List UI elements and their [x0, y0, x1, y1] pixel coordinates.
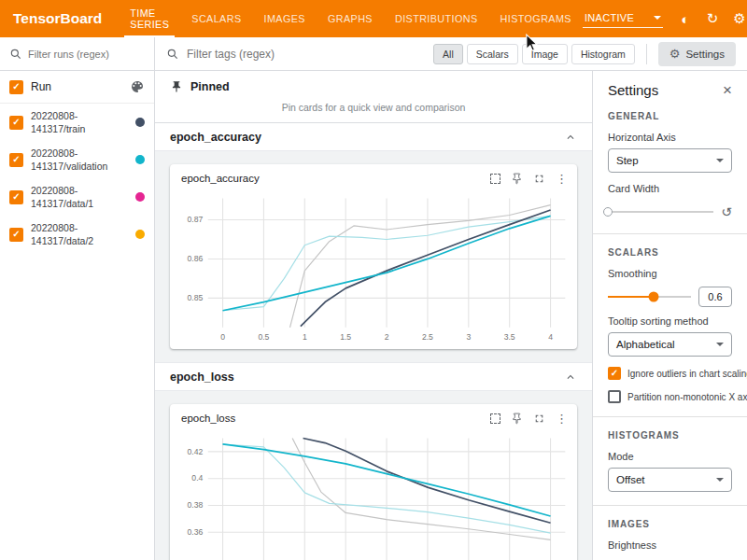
brightness-label: Brightness: [608, 539, 732, 551]
tab-time-series[interactable]: TIME SERIES: [119, 0, 180, 37]
close-icon[interactable]: ×: [723, 82, 732, 98]
run-row-data-2[interactable]: ✓ 20220808-141317/data/2: [0, 216, 154, 253]
tooltip-sorting-select[interactable]: Alphabetical: [608, 332, 732, 357]
check-icon: ✓: [611, 369, 618, 378]
filter-chip-scalars[interactable]: Scalars: [467, 44, 518, 64]
partition-x-axis-checkbox[interactable]: ✓: [608, 390, 621, 403]
divider: [593, 416, 747, 417]
run-checkbox[interactable]: ✓: [9, 228, 23, 242]
more-options-icon[interactable]: ⋮: [556, 413, 568, 425]
refresh-icon[interactable]: ↻: [700, 7, 725, 31]
reset-icon[interactable]: ↺: [721, 205, 732, 218]
pinned-section: Pinned Pin cards for a quick view and co…: [155, 71, 592, 123]
card-title: epoch_loss: [181, 413, 235, 424]
section-header[interactable]: epoch_accuracy: [155, 123, 592, 151]
chevron-down-icon: [716, 159, 724, 162]
pin-icon[interactable]: [511, 413, 523, 425]
scalar-chart-epoch-loss[interactable]: 00.511.522.533.540.360.380.40.42: [170, 432, 577, 560]
run-row-train[interactable]: ✓ 20220808-141317/train: [0, 104, 154, 141]
settings-button[interactable]: ⚙ Settings: [658, 42, 736, 66]
check-icon: ✓: [12, 192, 20, 202]
app-shell: ✓ Run ✓ 20220808-141317/train ✓ 20220808…: [0, 37, 747, 560]
gear-icon[interactable]: ⚙: [727, 7, 747, 31]
scalar-chart-epoch-accuracy[interactable]: 00.511.522.533.540.850.860.87: [170, 192, 577, 349]
ignore-outliers-checkbox-row[interactable]: ✓ Ignore outliers in chart scaling: [608, 367, 732, 380]
svg-text:2.5: 2.5: [422, 332, 433, 342]
tab-images[interactable]: IMAGES: [253, 0, 317, 37]
section-epoch-loss: epoch_loss epoch_loss ⋮: [155, 363, 592, 560]
run-color-dot: [135, 118, 145, 127]
card-width-slider-row: ↺: [608, 203, 732, 220]
cards-scroll-area[interactable]: Pinned Pin cards for a quick view and co…: [155, 71, 592, 560]
pinned-empty-message: Pin cards for a quick view and compariso…: [170, 102, 577, 113]
card-width-slider[interactable]: [608, 211, 713, 213]
run-color-dot: [135, 230, 145, 239]
data-status-select[interactable]: INACTIVE: [583, 10, 663, 28]
smoothing-slider[interactable]: [608, 296, 691, 298]
tab-distributions[interactable]: DISTRIBUTIONS: [384, 0, 489, 37]
divider: [646, 44, 647, 64]
select-all-runs-checkbox[interactable]: ✓: [9, 80, 23, 94]
filter-chip-all[interactable]: All: [433, 44, 463, 64]
card-width-label: Card Width: [608, 183, 732, 194]
run-checkbox[interactable]: ✓: [9, 153, 23, 167]
chevron-up-icon[interactable]: [564, 131, 577, 144]
fit-to-domain-icon[interactable]: [490, 174, 500, 184]
slider-thumb[interactable]: [603, 207, 613, 217]
svg-text:3: 3: [466, 332, 471, 342]
filter-runs-input[interactable]: [28, 49, 145, 60]
partition-x-axis-checkbox-row[interactable]: ✓ Partition non-monotonic X axis: [608, 390, 732, 403]
scalar-card-epoch-loss: epoch_loss ⋮ 00.511.522.533.540.360.380.…: [170, 404, 577, 560]
smoothing-slider-row: [608, 288, 732, 305]
horizontal-axis-select[interactable]: Step: [608, 148, 732, 173]
svg-text:0.85: 0.85: [188, 293, 204, 302]
svg-text:0.87: 0.87: [188, 215, 204, 224]
filter-tags-input[interactable]: [187, 48, 426, 61]
filter-chip-histogram[interactable]: Histogram: [571, 44, 635, 64]
runs-column-header: Run: [31, 80, 122, 93]
run-row-validation[interactable]: ✓ 20220808-141317/validation: [0, 141, 154, 178]
check-icon: ✓: [12, 82, 20, 91]
tab-histograms[interactable]: HISTOGRAMS: [489, 0, 583, 37]
run-checkbox[interactable]: ✓: [9, 190, 23, 204]
run-checkbox[interactable]: ✓: [9, 116, 23, 130]
run-row-data-1[interactable]: ✓ 20220808-141317/data/1: [0, 178, 154, 216]
filter-runs-row: [0, 37, 154, 71]
svg-text:0.38: 0.38: [188, 500, 204, 510]
svg-text:0.5: 0.5: [258, 332, 269, 342]
lower-region: Pinned Pin cards for a quick view and co…: [155, 71, 747, 560]
tab-graphs[interactable]: GRAPHS: [317, 0, 384, 37]
app-title: TensorBoard: [0, 0, 119, 37]
palette-icon[interactable]: [130, 79, 145, 94]
fullscreen-icon[interactable]: [533, 173, 545, 185]
check-icon: ✓: [12, 118, 20, 127]
card-actions: ⋮: [490, 413, 568, 425]
section-epoch-accuracy: epoch_accuracy epoch_accuracy: [155, 123, 592, 363]
tab-scalars[interactable]: SCALARS: [180, 0, 252, 37]
svg-text:0: 0: [220, 332, 225, 342]
smoothing-value-input[interactable]: [698, 287, 732, 307]
gear-icon: ⚙: [669, 47, 681, 61]
filter-chip-image[interactable]: Image: [522, 44, 568, 64]
main-column: All Scalars Image Histogram ⚙ Settings P…: [155, 37, 747, 560]
fit-to-domain-icon[interactable]: [490, 413, 500, 424]
theme-toggle-icon[interactable]: ◐: [673, 7, 698, 31]
run-label: 20220808-141317/data/2: [31, 221, 128, 247]
slider-thumb[interactable]: [648, 292, 658, 302]
search-icon: [166, 48, 179, 61]
section-body: epoch_loss ⋮ 00.511.522.533.540.360.380.…: [155, 391, 592, 560]
card-actions: ⋮: [490, 173, 568, 185]
main-nav-tabs: TIME SERIES SCALARS IMAGES GRAPHS DISTRI…: [119, 0, 583, 37]
histogram-mode-select[interactable]: Offset: [608, 468, 732, 492]
horizontal-axis-label: Horizontal Axis: [608, 132, 732, 143]
svg-text:4: 4: [548, 332, 553, 342]
svg-text:1.5: 1.5: [340, 332, 351, 342]
run-color-dot: [135, 155, 145, 164]
pin-icon[interactable]: [511, 173, 523, 185]
settings-panel-header: Settings ×: [608, 82, 732, 98]
ignore-outliers-checkbox[interactable]: ✓: [608, 367, 621, 380]
section-header[interactable]: epoch_loss: [155, 363, 592, 391]
fullscreen-icon[interactable]: [533, 413, 545, 425]
more-options-icon[interactable]: ⋮: [556, 173, 568, 185]
chevron-up-icon[interactable]: [564, 371, 577, 384]
